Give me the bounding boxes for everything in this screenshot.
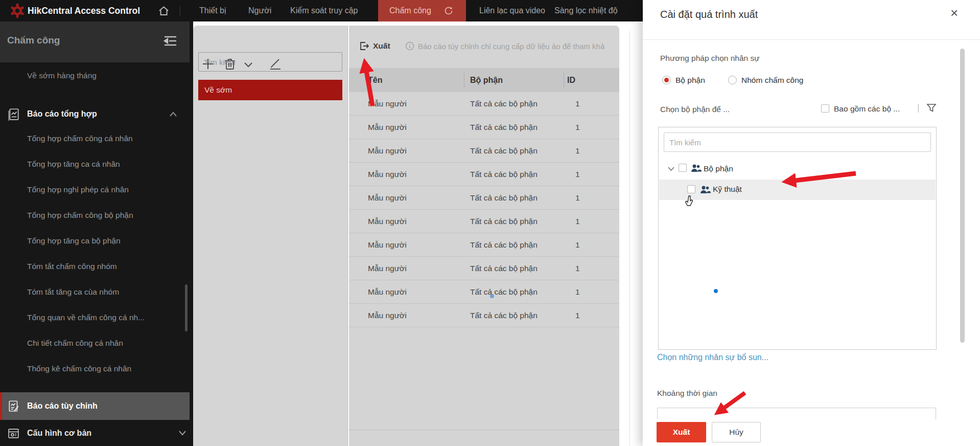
radio-attendance-group[interactable] xyxy=(728,76,737,84)
sidebar-submenu-item[interactable]: Tóm tắt chấm công nhóm xyxy=(0,254,190,279)
logo-gear-icon xyxy=(10,4,25,18)
drawer-scrollbar[interactable] xyxy=(960,49,965,343)
hand-cursor-icon xyxy=(684,195,696,209)
tree-node-child[interactable]: Kỹ thuật xyxy=(659,180,936,200)
tree-root-checkbox[interactable] xyxy=(679,164,687,172)
sidebar-item-basic-config[interactable]: Cấu hình cơ bản xyxy=(0,420,190,446)
sidebar-submenu: Tổng hợp chấm công cá nhânTổng hợp tăng … xyxy=(0,126,190,382)
home-icon[interactable] xyxy=(158,6,169,16)
cell-name: Mẫu người xyxy=(368,257,407,280)
info-circle-icon xyxy=(405,41,414,51)
tree-node-root[interactable]: Bộ phận xyxy=(659,159,936,180)
sidebar-submenu-item[interactable]: Tóm tắt tăng ca của nhóm xyxy=(0,279,190,305)
table-row[interactable]: Mẫu ngườiTất cả các bộ phận1 xyxy=(349,92,619,116)
report-list-item-selected[interactable]: Về sớm xyxy=(198,80,342,100)
nav-item-people[interactable]: Người xyxy=(248,0,271,21)
export-settings-drawer: Cài đặt quá trình xuất × Phương pháp chọ… xyxy=(643,0,980,446)
sidebar-title: Chấm công xyxy=(7,35,60,46)
nav-item-video-intercom[interactable]: Liên lạc qua video xyxy=(479,0,545,21)
sidebar-submenu-item[interactable]: Chi tiết chấm công cá nhân xyxy=(0,330,190,356)
method-label: Phương pháp chọn nhân sự xyxy=(660,54,760,63)
sidebar-header: Chấm công xyxy=(0,21,190,62)
nav-item-attendance-active[interactable]: Chấm công xyxy=(378,0,466,21)
table-row[interactable]: Mẫu ngườiTất cả các bộ phận1 xyxy=(349,186,619,210)
table-row[interactable]: Mẫu ngườiTất cả các bộ phận1 xyxy=(349,116,619,139)
radio-department-label[interactable]: Bộ phận xyxy=(675,76,705,85)
table-row[interactable]: Mẫu ngườiTất cả các bộ phận1 xyxy=(349,257,619,280)
table-row[interactable]: Mẫu ngườiTất cả các bộ phận1 xyxy=(349,233,619,257)
cell-id: 1 xyxy=(575,139,580,162)
cell-id: 1 xyxy=(575,163,580,186)
column-header-id[interactable]: ID xyxy=(567,68,575,92)
select-department-label: Chọn bộ phận để ... xyxy=(660,105,730,114)
tree-child-checkbox[interactable] xyxy=(687,185,695,193)
cell-name: Mẫu người xyxy=(368,304,407,327)
radio-attendance-group-label[interactable]: Nhóm chấm công xyxy=(741,76,803,85)
blue-dot-artifact xyxy=(714,289,718,293)
export-confirm-button[interactable]: Xuất xyxy=(657,422,706,442)
cell-name: Mẫu người xyxy=(368,233,407,256)
info-banner: Báo cáo tùy chỉnh chỉ cung cấp dữ liệu ả… xyxy=(405,38,619,54)
nav-item-temp-screening[interactable]: Sàng lọc nhiệt độ xyxy=(554,0,618,21)
drawer-footer: Xuất Hủy xyxy=(643,419,980,446)
table-row[interactable]: Mẫu ngườiTất cả các bộ phận1 xyxy=(349,304,619,327)
sidebar-submenu-item[interactable]: Tổng quan về chấm công cá nh... xyxy=(0,305,190,330)
table-row[interactable]: Mẫu ngườiTất cả các bộ phận1 xyxy=(349,210,619,233)
export-button[interactable]: Xuất xyxy=(359,38,390,54)
blue-dot-artifact xyxy=(490,294,494,298)
table-row[interactable]: Mẫu ngườiTất cả các bộ phận1 xyxy=(349,280,619,304)
table-row[interactable]: Mẫu ngườiTất cả các bộ phận1 xyxy=(349,139,619,163)
include-sub-label[interactable]: Bao gồm các bộ ... xyxy=(834,104,900,114)
nav-item-attendance-label: Chấm công xyxy=(389,0,431,21)
sidebar-submenu-item[interactable]: Tổng hợp nghỉ phép cá nhân xyxy=(0,177,190,203)
cell-id: 1 xyxy=(575,186,580,209)
drawer-title: Cài đặt quá trình xuất xyxy=(660,9,758,20)
column-header-department[interactable]: Bộ phận xyxy=(470,68,503,92)
brand-title: HikCentral Access Control xyxy=(28,0,140,21)
cell-name: Mẫu người xyxy=(368,163,407,186)
menu-fold-icon[interactable] xyxy=(162,34,178,48)
people-icon xyxy=(699,185,711,195)
include-sub-checkbox[interactable] xyxy=(821,104,829,113)
radio-department[interactable] xyxy=(662,76,671,84)
sidebar-section-summary-reports[interactable]: Báo cáo tổng hợp xyxy=(0,102,190,126)
cell-department: Tất cả các bộ phận xyxy=(470,233,538,256)
tree-root-label[interactable]: Bộ phận xyxy=(704,164,733,173)
sidebar-submenu-item[interactable]: Tổng hợp chấm công bộ phận xyxy=(0,203,190,228)
drawer-title-divider xyxy=(643,39,980,40)
sidebar-scrollbar[interactable] xyxy=(185,284,188,331)
chevron-down-icon[interactable] xyxy=(667,166,675,172)
sidebar-submenu-item[interactable]: Tổng hợp tăng ca cá nhân xyxy=(0,151,190,177)
table-body: Mẫu ngườiTất cả các bộ phận1Mẫu ngườiTất… xyxy=(349,92,619,327)
refresh-icon[interactable] xyxy=(444,6,454,27)
sidebar-submenu-item[interactable]: Tổng hợp tăng ca bộ phận xyxy=(0,228,190,254)
funnel-icon[interactable] xyxy=(926,102,937,114)
cell-id: 1 xyxy=(575,233,580,256)
sidebar-item-custom-report-active[interactable]: Báo cáo tùy chỉnh xyxy=(0,392,190,420)
cancel-button[interactable]: Hủy xyxy=(712,422,761,442)
export-icon xyxy=(359,41,369,51)
table-row[interactable]: Mẫu ngườiTất cả các bộ phận1 xyxy=(349,163,619,186)
active-indicator xyxy=(0,392,2,420)
nav-item-devices[interactable]: Thiết bị xyxy=(199,0,226,21)
sidebar: Chấm công Về sớm hàng tháng Báo cáo tổng… xyxy=(0,21,193,446)
close-icon[interactable]: × xyxy=(950,6,958,19)
sidebar-submenu-item[interactable]: Thống kê chấm công cá nhân xyxy=(0,356,190,382)
cell-name: Mẫu người xyxy=(368,139,407,162)
sidebar-item-early-monthly[interactable]: Về sớm hàng tháng xyxy=(0,64,190,87)
chevron-down-icon[interactable] xyxy=(178,428,187,438)
additional-persons-link[interactable]: Chọn những nhân sự bổ sun... xyxy=(657,353,768,362)
column-header-name[interactable]: Tên xyxy=(368,68,382,92)
column-divider xyxy=(464,72,464,88)
sidebar-section-label: Báo cáo tổng hợp xyxy=(27,102,97,126)
info-text: Báo cáo tùy chỉnh chỉ cung cấp dữ liệu ả… xyxy=(418,42,604,51)
nav-item-access-control[interactable]: Kiểm soát truy cập xyxy=(290,0,358,21)
chevron-up-icon[interactable] xyxy=(169,102,178,126)
sidebar-submenu-item[interactable]: Tổng hợp chấm công cá nhân xyxy=(0,126,190,151)
tree-search-input[interactable] xyxy=(664,132,931,152)
cell-department: Tất cả các bộ phận xyxy=(470,210,538,233)
report-search-input[interactable] xyxy=(198,52,342,72)
tree-child-label[interactable]: Kỹ thuật xyxy=(713,185,742,194)
cell-department: Tất cả các bộ phận xyxy=(470,116,538,139)
column-divider xyxy=(564,72,564,88)
